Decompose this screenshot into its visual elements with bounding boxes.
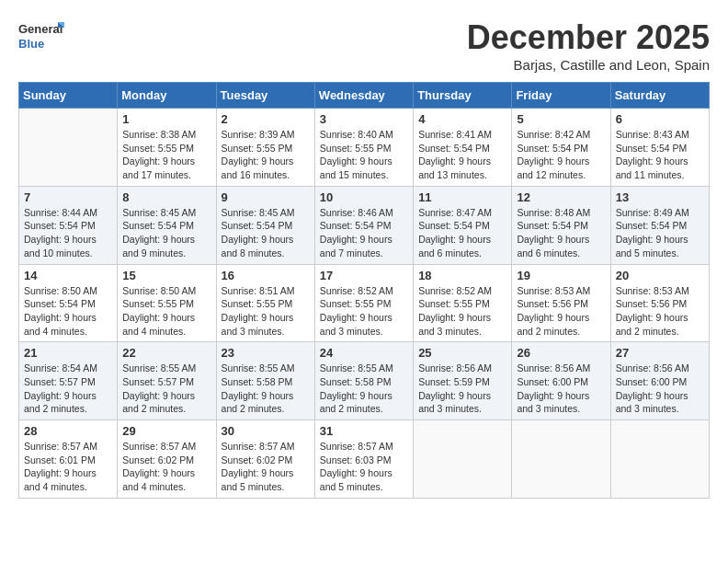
calendar-cell: 18Sunrise: 8:52 AM Sunset: 5:55 PM Dayli… [414, 264, 512, 342]
day-number: 1 [122, 112, 210, 126]
col-header-tuesday: Tuesday [216, 83, 314, 109]
cell-info: Sunrise: 8:57 AM Sunset: 6:01 PM Dayligh… [24, 440, 112, 494]
day-number: 31 [320, 424, 408, 438]
calendar-header-row: SundayMondayTuesdayWednesdayThursdayFrid… [19, 83, 710, 109]
day-number: 10 [320, 190, 408, 204]
logo: General Blue [18, 18, 64, 55]
day-number: 26 [517, 346, 605, 360]
cell-info: Sunrise: 8:47 AM Sunset: 5:54 PM Dayligh… [418, 206, 506, 260]
calendar-cell: 24Sunrise: 8:55 AM Sunset: 5:58 PM Dayli… [314, 342, 413, 420]
cell-info: Sunrise: 8:41 AM Sunset: 5:54 PM Dayligh… [418, 128, 506, 182]
cell-info: Sunrise: 8:54 AM Sunset: 5:57 PM Dayligh… [24, 362, 112, 416]
cell-info: Sunrise: 8:53 AM Sunset: 5:56 PM Dayligh… [517, 284, 605, 339]
col-header-wednesday: Wednesday [314, 83, 413, 109]
calendar-cell: 30Sunrise: 8:57 AM Sunset: 6:02 PM Dayli… [216, 420, 314, 499]
calendar-cell: 2Sunrise: 8:39 AM Sunset: 5:55 PM Daylig… [216, 109, 314, 187]
cell-info: Sunrise: 8:48 AM Sunset: 5:54 PM Dayligh… [517, 206, 605, 260]
day-number: 30 [222, 424, 310, 438]
calendar-week-row: 1Sunrise: 8:38 AM Sunset: 5:55 PM Daylig… [19, 109, 710, 187]
calendar-cell: 7Sunrise: 8:44 AM Sunset: 5:54 PM Daylig… [19, 186, 118, 264]
col-header-monday: Monday [118, 83, 216, 109]
calendar-cell: 19Sunrise: 8:53 AM Sunset: 5:56 PM Dayli… [512, 264, 610, 342]
day-number: 29 [122, 424, 210, 438]
location-subtitle: Barjas, Castille and Leon, Spain [467, 57, 710, 73]
col-header-thursday: Thursday [414, 83, 512, 109]
day-number: 13 [616, 190, 704, 204]
col-header-saturday: Saturday [610, 83, 709, 109]
calendar-cell: 17Sunrise: 8:52 AM Sunset: 5:55 PM Dayli… [314, 264, 413, 342]
calendar-week-row: 7Sunrise: 8:44 AM Sunset: 5:54 PM Daylig… [19, 186, 710, 264]
calendar-week-row: 28Sunrise: 8:57 AM Sunset: 6:01 PM Dayli… [19, 420, 710, 499]
calendar-cell [512, 420, 610, 499]
day-number: 16 [222, 269, 310, 282]
calendar-cell: 4Sunrise: 8:41 AM Sunset: 5:54 PM Daylig… [414, 109, 512, 187]
day-number: 8 [122, 190, 210, 204]
day-number: 24 [320, 346, 408, 360]
cell-info: Sunrise: 8:39 AM Sunset: 5:55 PM Dayligh… [222, 128, 310, 182]
day-number: 3 [320, 112, 408, 126]
day-number: 28 [24, 424, 112, 438]
cell-info: Sunrise: 8:52 AM Sunset: 5:55 PM Dayligh… [320, 284, 408, 339]
day-number: 9 [222, 190, 310, 204]
calendar-cell [19, 109, 118, 187]
calendar-cell: 1Sunrise: 8:38 AM Sunset: 5:55 PM Daylig… [118, 109, 216, 187]
cell-info: Sunrise: 8:56 AM Sunset: 6:00 PM Dayligh… [616, 362, 704, 416]
calendar-cell: 21Sunrise: 8:54 AM Sunset: 5:57 PM Dayli… [19, 342, 118, 420]
day-number: 17 [320, 269, 408, 282]
day-number: 23 [222, 346, 310, 360]
cell-info: Sunrise: 8:42 AM Sunset: 5:54 PM Dayligh… [517, 128, 605, 182]
cell-info: Sunrise: 8:55 AM Sunset: 5:58 PM Dayligh… [320, 362, 408, 416]
cell-info: Sunrise: 8:55 AM Sunset: 5:58 PM Dayligh… [222, 362, 310, 416]
cell-info: Sunrise: 8:56 AM Sunset: 6:00 PM Dayligh… [517, 362, 605, 416]
cell-info: Sunrise: 8:57 AM Sunset: 6:02 PM Dayligh… [122, 440, 210, 494]
cell-info: Sunrise: 8:40 AM Sunset: 5:55 PM Dayligh… [320, 128, 408, 182]
calendar-cell: 20Sunrise: 8:53 AM Sunset: 5:56 PM Dayli… [610, 264, 709, 342]
day-number: 22 [122, 346, 210, 360]
col-header-friday: Friday [512, 83, 610, 109]
calendar-cell: 14Sunrise: 8:50 AM Sunset: 5:54 PM Dayli… [19, 264, 118, 342]
day-number: 4 [418, 112, 506, 126]
cell-info: Sunrise: 8:56 AM Sunset: 5:59 PM Dayligh… [418, 362, 506, 416]
calendar-cell: 6Sunrise: 8:43 AM Sunset: 5:54 PM Daylig… [610, 109, 709, 187]
day-number: 14 [24, 269, 112, 282]
calendar-cell: 22Sunrise: 8:55 AM Sunset: 5:57 PM Dayli… [118, 342, 216, 420]
calendar-cell: 9Sunrise: 8:45 AM Sunset: 5:54 PM Daylig… [216, 186, 314, 264]
calendar-cell: 12Sunrise: 8:48 AM Sunset: 5:54 PM Dayli… [512, 186, 610, 264]
day-number: 20 [616, 269, 704, 282]
cell-info: Sunrise: 8:55 AM Sunset: 5:57 PM Dayligh… [122, 362, 210, 416]
col-header-sunday: Sunday [19, 83, 118, 109]
svg-text:General: General [18, 22, 63, 36]
day-number: 21 [24, 346, 112, 360]
month-title: December 2025 [467, 18, 710, 57]
calendar-cell: 28Sunrise: 8:57 AM Sunset: 6:01 PM Dayli… [19, 420, 118, 499]
calendar-cell: 10Sunrise: 8:46 AM Sunset: 5:54 PM Dayli… [314, 186, 413, 264]
logo-svg: General Blue [18, 18, 64, 55]
calendar-week-row: 21Sunrise: 8:54 AM Sunset: 5:57 PM Dayli… [19, 342, 710, 420]
day-number: 18 [418, 269, 506, 282]
calendar-cell: 3Sunrise: 8:40 AM Sunset: 5:55 PM Daylig… [314, 109, 413, 187]
day-number: 7 [24, 190, 112, 204]
calendar-cell: 26Sunrise: 8:56 AM Sunset: 6:00 PM Dayli… [512, 342, 610, 420]
cell-info: Sunrise: 8:38 AM Sunset: 5:55 PM Dayligh… [122, 128, 210, 182]
calendar-table: SundayMondayTuesdayWednesdayThursdayFrid… [18, 82, 710, 499]
cell-info: Sunrise: 8:49 AM Sunset: 5:54 PM Dayligh… [616, 206, 704, 260]
title-area: December 2025 Barjas, Castille and Leon,… [467, 18, 710, 73]
day-number: 12 [517, 190, 605, 204]
svg-text:Blue: Blue [18, 37, 44, 51]
calendar-cell: 13Sunrise: 8:49 AM Sunset: 5:54 PM Dayli… [610, 186, 709, 264]
calendar-cell [414, 420, 512, 499]
cell-info: Sunrise: 8:57 AM Sunset: 6:03 PM Dayligh… [320, 440, 408, 494]
calendar-cell: 29Sunrise: 8:57 AM Sunset: 6:02 PM Dayli… [118, 420, 216, 499]
calendar-week-row: 14Sunrise: 8:50 AM Sunset: 5:54 PM Dayli… [19, 264, 710, 342]
cell-info: Sunrise: 8:53 AM Sunset: 5:56 PM Dayligh… [616, 284, 704, 339]
cell-info: Sunrise: 8:51 AM Sunset: 5:55 PM Dayligh… [222, 284, 310, 339]
calendar-cell: 31Sunrise: 8:57 AM Sunset: 6:03 PM Dayli… [314, 420, 413, 499]
calendar-cell: 16Sunrise: 8:51 AM Sunset: 5:55 PM Dayli… [216, 264, 314, 342]
calendar-cell: 15Sunrise: 8:50 AM Sunset: 5:55 PM Dayli… [118, 264, 216, 342]
day-number: 19 [517, 269, 605, 282]
calendar-cell: 23Sunrise: 8:55 AM Sunset: 5:58 PM Dayli… [216, 342, 314, 420]
cell-info: Sunrise: 8:44 AM Sunset: 5:54 PM Dayligh… [24, 206, 112, 260]
cell-info: Sunrise: 8:45 AM Sunset: 5:54 PM Dayligh… [222, 206, 310, 260]
day-number: 5 [517, 112, 605, 126]
cell-info: Sunrise: 8:43 AM Sunset: 5:54 PM Dayligh… [616, 128, 704, 182]
